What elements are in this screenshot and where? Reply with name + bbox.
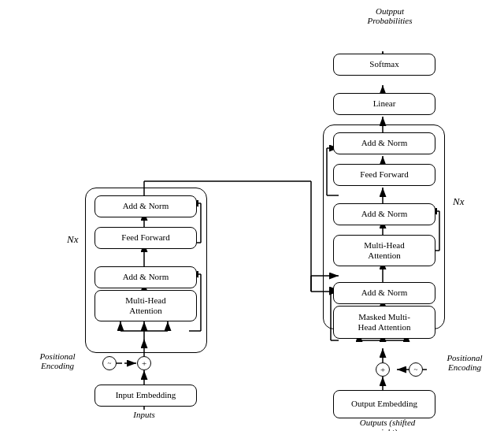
encoder-input-embedding: Input Embedding	[94, 385, 197, 407]
encoder-add-norm-bottom: Add & Norm	[94, 266, 197, 288]
encoder-multi-head-attention: Multi-HeadAttention	[94, 290, 197, 321]
decoder-outputs-label: Outputs (shiftedright)	[356, 418, 419, 431]
decoder-add-norm-bottom: Add & Norm	[333, 282, 435, 304]
decoder-add-circle: +	[376, 362, 390, 377]
decoder-multi-head-attention: Multi-HeadAttention	[333, 235, 435, 266]
encoder-add-norm-top: Add & Norm	[94, 195, 197, 217]
decoder-positional-encoding-label: PositionalEncoding	[429, 353, 500, 372]
decoder-positional-sine: ~	[409, 362, 423, 377]
encoder-positional-sine: ~	[102, 356, 117, 370]
encoder-inputs-label: Inputs	[117, 410, 172, 419]
decoder-masked-multi-head: Masked Multi-Head Attention	[333, 306, 435, 339]
decoder-feed-forward: Feed Forward	[333, 164, 435, 186]
diagram-container: Nx Add & Norm Feed Forward Add & Norm Mu…	[0, 0, 504, 431]
decoder-output-embedding: Output Embedding	[333, 390, 435, 418]
output-probabilities-label: OutpputProbabilities	[346, 6, 433, 25]
decoder-nx-label: Nx	[453, 195, 464, 208]
decoder-add-norm-top: Add & Norm	[333, 132, 435, 154]
linear-box: Linear	[333, 93, 435, 115]
softmax-box: Softmax	[333, 54, 435, 76]
encoder-feed-forward: Feed Forward	[94, 227, 197, 249]
encoder-positional-encoding-label: PositionalEncoding	[14, 351, 101, 370]
encoder-add-circle: +	[137, 356, 151, 370]
decoder-add-norm-mid: Add & Norm	[333, 203, 435, 225]
encoder-nx-label: Nx	[67, 233, 78, 246]
